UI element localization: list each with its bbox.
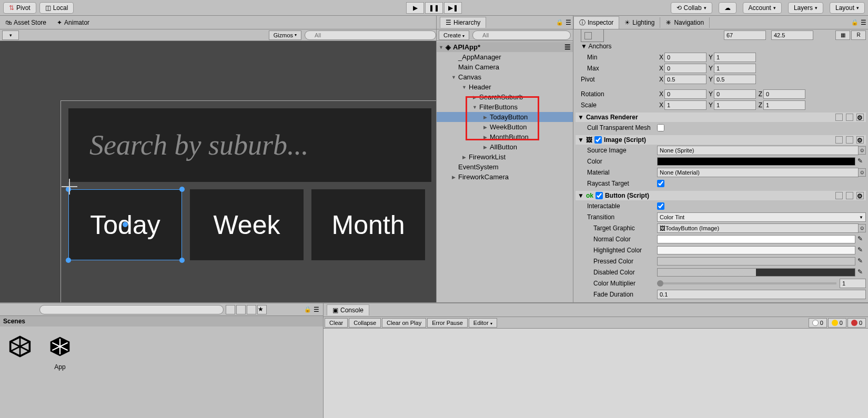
lock-icon[interactable]: 🔒 xyxy=(304,306,311,313)
object-picker-icon[interactable]: ⊙ xyxy=(859,168,866,177)
scene-view[interactable]: Search by suburb... Today Week Month xyxy=(0,41,436,302)
cloud-button[interactable]: ☁ xyxy=(719,2,736,14)
project-item-scene[interactable] xyxy=(5,332,35,371)
anchor-min-x[interactable] xyxy=(664,53,706,62)
selection-handle[interactable] xyxy=(179,187,185,192)
project-search-input[interactable] xyxy=(39,305,224,314)
eyedropper-icon[interactable]: ✎ xyxy=(857,268,866,277)
rot-z[interactable] xyxy=(763,89,805,99)
scale-z[interactable] xyxy=(763,100,805,110)
anchor-max-x[interactable] xyxy=(664,64,706,73)
scenes-folder-header[interactable]: Scenes xyxy=(0,316,323,327)
tab-lighting[interactable]: ☀Lighting xyxy=(619,17,660,28)
rot-x[interactable] xyxy=(664,89,706,99)
account-button[interactable]: Account▾ xyxy=(743,2,782,14)
image-enabled[interactable] xyxy=(594,136,602,144)
selection-handle[interactable] xyxy=(66,258,71,263)
normal-color-swatch[interactable] xyxy=(657,235,855,243)
help-icon[interactable] xyxy=(835,136,843,144)
canvas-renderer-header[interactable]: ▼Canvas Renderer⚙ xyxy=(576,113,866,122)
highlighted-color-swatch[interactable] xyxy=(657,246,855,254)
lock-icon[interactable]: 🔒 xyxy=(556,19,563,26)
local-button[interactable]: ◫Local xyxy=(39,2,74,14)
warning-toggle[interactable]: 0 xyxy=(828,318,846,328)
gizmos-dropdown[interactable]: Gizmos▾ xyxy=(269,30,301,40)
filter-icon[interactable] xyxy=(236,305,246,314)
selection-handle[interactable] xyxy=(179,258,185,263)
scene-search-input[interactable] xyxy=(305,30,436,40)
help-icon[interactable] xyxy=(835,192,843,199)
pivot-button[interactable]: ⇅Pivot xyxy=(3,2,36,14)
tree-item-header[interactable]: ▼Header xyxy=(437,82,573,92)
pause-button[interactable]: ❚❚ xyxy=(425,2,443,14)
clear-on-play-button[interactable]: Clear on Play xyxy=(382,318,426,328)
tab-navigation[interactable]: ⛯Navigation xyxy=(660,17,710,28)
step-button[interactable]: ▶❚ xyxy=(444,2,462,14)
lock-icon[interactable]: 🔒 xyxy=(851,19,859,26)
hierarchy-search-input[interactable] xyxy=(472,30,571,40)
editor-dropdown[interactable]: Editor ▾ xyxy=(469,318,497,328)
tab-asset-store[interactable]: 🛍Asset Store xyxy=(5,19,46,26)
tree-item-fireworklist[interactable]: ▶FireworkList xyxy=(437,152,573,162)
tree-item-fireworkcamera[interactable]: ▶FireworkCamera xyxy=(437,172,573,182)
selection-handle[interactable] xyxy=(123,222,128,227)
scene-2d-dropdown[interactable]: ▾ xyxy=(2,30,19,40)
error-pause-button[interactable]: Error Pause xyxy=(427,318,468,328)
anchor-min-y[interactable] xyxy=(714,53,756,62)
pivot-x[interactable] xyxy=(664,75,706,84)
tree-item-maincamera[interactable]: Main Camera xyxy=(437,62,573,72)
source-image-field[interactable]: None (Sprite) xyxy=(657,146,859,155)
anchor-preset-icon[interactable] xyxy=(581,29,604,42)
scale-y[interactable] xyxy=(714,100,756,110)
scene-header[interactable]: ▼◈APIApp*☰ xyxy=(437,42,573,52)
preset-icon[interactable] xyxy=(846,114,853,121)
tab-inspector[interactable]: ⓘInspector xyxy=(573,16,619,29)
rect-field-2[interactable] xyxy=(771,30,813,40)
eyedropper-icon[interactable]: ✎ xyxy=(857,257,866,266)
layout-button[interactable]: Layout▾ xyxy=(830,2,865,14)
gear-icon[interactable]: ⚙ xyxy=(856,136,864,144)
panel-menu-icon[interactable]: ☰ xyxy=(314,306,321,313)
cull-checkbox[interactable] xyxy=(657,124,664,131)
image-color-swatch[interactable] xyxy=(657,157,855,166)
rect-field-1[interactable] xyxy=(724,30,766,40)
anchor-max-y[interactable] xyxy=(714,64,756,73)
project-item-app[interactable]: App xyxy=(45,332,75,371)
interactable-checkbox[interactable] xyxy=(657,202,664,210)
clear-button[interactable]: Clear xyxy=(325,318,348,328)
collapse-button[interactable]: Collapse xyxy=(349,318,381,328)
eyedropper-icon[interactable]: ✎ xyxy=(857,235,866,243)
collab-button[interactable]: ⟲Collab▾ xyxy=(671,2,712,14)
tab-hierarchy[interactable]: ☰Hierarchy xyxy=(440,17,486,28)
filter-icon[interactable] xyxy=(247,305,256,314)
object-picker-icon[interactable]: ⊙ xyxy=(859,146,866,155)
raycast-checkbox[interactable] xyxy=(657,180,664,187)
tree-item-eventsystem[interactable]: EventSystem xyxy=(437,162,573,172)
pivot-y[interactable] xyxy=(714,75,756,84)
filter-icon[interactable] xyxy=(226,305,235,314)
eyedropper-icon[interactable]: ✎ xyxy=(857,246,866,254)
color-mult-slider[interactable] xyxy=(657,282,836,284)
tree-item-allbutton[interactable]: ▶AllButton xyxy=(437,142,573,152)
create-dropdown[interactable]: Create ▾ xyxy=(439,30,469,40)
tree-item-canvas[interactable]: ▼Canvas xyxy=(437,72,573,82)
target-graphic-field[interactable]: 🖼TodayButton (Image) xyxy=(657,223,859,233)
button-script-header[interactable]: ▼okButton (Script)⚙ xyxy=(576,191,866,200)
info-toggle[interactable]: 0 xyxy=(809,318,827,328)
material-field[interactable]: None (Material) xyxy=(657,168,859,177)
favorite-icon[interactable]: ★ xyxy=(257,305,267,314)
button-enabled[interactable] xyxy=(596,192,603,199)
transition-dropdown[interactable]: Color Tint▼ xyxy=(657,212,866,222)
scale-x[interactable] xyxy=(664,100,706,110)
help-icon[interactable] xyxy=(835,114,843,121)
tree-item-appmanager[interactable]: _AppManager xyxy=(437,52,573,62)
anchor-gizmo[interactable] xyxy=(62,179,77,195)
gear-icon[interactable]: ⚙ xyxy=(856,192,864,199)
preset-icon[interactable] xyxy=(846,192,853,199)
layers-button[interactable]: Layers▾ xyxy=(788,2,823,14)
raw-edit-toggle[interactable]: R xyxy=(851,30,866,40)
eyedropper-icon[interactable]: ✎ xyxy=(857,157,866,166)
tab-console[interactable]: ▣Console xyxy=(327,304,369,315)
panel-menu-icon[interactable]: ☰ xyxy=(861,19,868,26)
pressed-color-swatch[interactable] xyxy=(657,257,855,266)
